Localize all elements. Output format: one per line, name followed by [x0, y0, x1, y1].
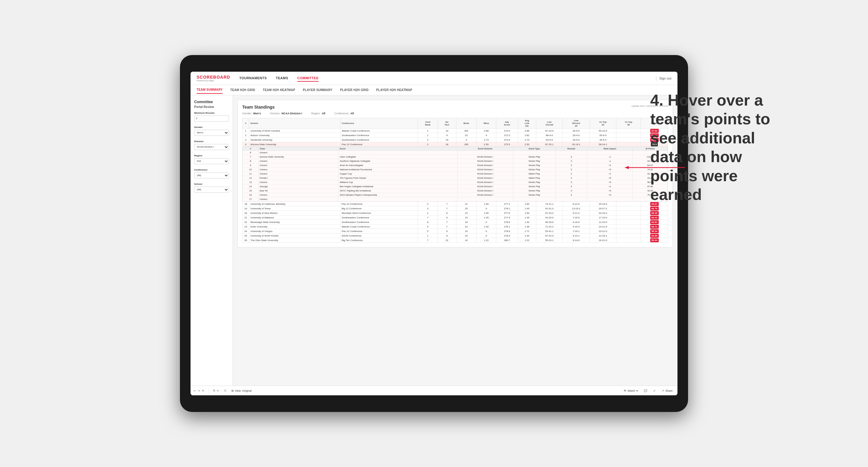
conference-select[interactable]: (All)	[194, 173, 229, 179]
sub-table-row: 15 East Tei OFCC Fighting Illini Invitat…	[243, 189, 668, 193]
sub-table: # Team Event Event Division Event Type R…	[243, 147, 668, 201]
refresh-icon[interactable]: ↻	[202, 389, 205, 392]
rank: 3	[243, 137, 249, 142]
sub-table-row: 12 Florida I The Cypress Point Classic N…	[243, 176, 668, 180]
points-value: 59.94	[650, 238, 659, 242]
top-nav: SCOREBOARD Powered by clippd TOURNAMENTS…	[190, 72, 678, 85]
sidebar-subtitle: Portal Review	[194, 105, 229, 108]
table-row[interactable]: 21 University of Alabama Southeastern Co…	[243, 215, 668, 220]
toolbar-separator	[209, 388, 209, 393]
comment-button[interactable]: 💬	[642, 388, 649, 393]
table-row[interactable]: 2 Auburn University Southeastern Confere…	[243, 133, 668, 137]
table-row[interactable]: 22 Mississippi State University Southeas…	[243, 220, 668, 224]
clock-icon[interactable]: ⏱	[224, 389, 226, 392]
annotation-arrow	[624, 165, 685, 170]
sub-nav-team-h2h-grid[interactable]: TEAM H2H GRID	[230, 87, 255, 93]
division-label: Division	[194, 140, 229, 143]
col-adj-score: Adj.Score	[496, 118, 518, 129]
gender-select[interactable]: Men's	[194, 130, 229, 136]
sidebar-title: Committee	[194, 100, 229, 105]
sub-nav-player-summary[interactable]: PLAYER SUMMARY	[303, 87, 332, 93]
content-panel: Team Standings Update time: 13/03/2024 1…	[233, 95, 678, 386]
nav-item-teams[interactable]: TEAMS	[276, 75, 288, 82]
copy-icon[interactable]: ⧉	[213, 389, 215, 392]
dash-icon: ·	[221, 389, 222, 392]
report-filters: Gender: Men's Division: NCAA Division I …	[242, 112, 668, 115]
view-original-button[interactable]: ⊞ View: Original	[229, 388, 253, 393]
undo-icon[interactable]: ↩	[193, 389, 196, 392]
nav-item-committee[interactable]: COMMITTEE	[297, 75, 319, 82]
sub-table-row: 10 Univers National Invitational Tournam…	[243, 167, 668, 172]
col-conf-rank: ConfRank	[418, 118, 438, 129]
conference: Southeastern Conference	[340, 133, 418, 137]
points-value: 63.89	[650, 234, 659, 238]
sub-col-rank-impact: Rank Impact	[587, 147, 632, 151]
points-value: 68.71	[650, 225, 659, 229]
table-row[interactable]: 18 University of California, Berkeley Pa…	[243, 202, 668, 206]
sign-out-button[interactable]: Sign out	[659, 76, 672, 80]
col-no-tour: NoTour	[438, 118, 456, 129]
watch-icon: 👁	[624, 389, 626, 392]
sub-nav-team-h2h-heatmap[interactable]: TEAM H2H HEATMAP	[263, 87, 295, 93]
toolbar-right: 👁 Watch ▾ 💬 ⤢ ↗ Share	[622, 388, 675, 393]
table-row[interactable]: 23 Duke University Atlantic Coast Confer…	[243, 224, 668, 229]
sidebar-conference: Conference (All)	[194, 168, 229, 179]
fullscreen-icon: ⤢	[653, 389, 656, 392]
region-label: Region	[194, 154, 229, 157]
region-select[interactable]: N/A	[194, 158, 229, 164]
col-low-record: LowRecord25	[563, 118, 590, 129]
logo-text: SCOREBOARD	[196, 75, 230, 80]
rank: 4	[243, 142, 249, 147]
edit-icon[interactable]: ✏	[217, 389, 219, 392]
toolbar-copy-icons: ⧉ ✏ · ⏱	[213, 389, 226, 392]
sub-table-row: 9 Univers Amer An Intercollegiate NCAA D…	[243, 163, 668, 167]
main-content: Committee Portal Review Minimum Rounds G…	[190, 95, 678, 386]
school: Vanderbilt University	[249, 137, 341, 142]
sub-nav-player-h2h-heatmap[interactable]: PLAYER H2H HEATMAP	[376, 87, 412, 93]
table-row[interactable]: 3 Vanderbilt University Southeastern Con…	[243, 137, 668, 142]
sub-nav-player-h2h-grid[interactable]: PLAYER H2H GRID	[340, 87, 369, 93]
comment-icon: 💬	[644, 389, 647, 392]
standings-table: # School Conference ConfRank NoTour Bnds…	[242, 118, 668, 243]
table-row[interactable]: 19 University of Texas Big 12 Conference…	[243, 206, 668, 211]
col-vs-top-50: Vs Top50	[616, 118, 641, 129]
table-row[interactable]: 1 University of North Carolina Atlantic …	[243, 129, 668, 133]
min-rounds-input[interactable]	[194, 116, 229, 122]
fullscreen-button[interactable]: ⤢	[651, 388, 657, 393]
tooltip-row: # Team Event Event Division Event Type R…	[243, 147, 668, 202]
rank: 2	[243, 133, 249, 137]
sub-col-event-division: Event Division	[457, 147, 513, 151]
bottom-toolbar: ↩ ↪ ↻ ⧉ ✏ · ⏱ ⊞ View: Original 👁 Watch ▾	[190, 386, 678, 395]
school: University of North Carolina	[249, 129, 341, 133]
sub-table-row: 16 Univers 2023 Sahalee Players Champion…	[243, 193, 668, 197]
toolbar-undo-redo: ↩ ↪ ↻	[193, 389, 205, 392]
table-row[interactable]: 4 Arizona State University Pac-12 Confer…	[243, 142, 668, 147]
nav-items: TOURNAMENTS TEAMS COMMITTEE	[239, 75, 655, 82]
table-row[interactable]: 24 University of Oregon Pac-12 Conferenc…	[243, 229, 668, 234]
logo-area: SCOREBOARD Powered by clippd	[196, 75, 230, 82]
view-icon: ⊞	[231, 389, 234, 392]
col-vs-top-25: Vs Top25	[589, 118, 616, 129]
col-bnds: Bnds	[456, 118, 476, 129]
watch-chevron: ▾	[636, 389, 638, 392]
conference-filter-label: Conference:	[334, 112, 349, 115]
sidebar-school: School (All)	[194, 183, 229, 193]
share-button[interactable]: ↗ Share	[660, 388, 675, 393]
col-conference: Conference	[340, 118, 418, 129]
redo-icon[interactable]: ↪	[198, 389, 200, 392]
sub-nav-team-summary[interactable]: TEAM SUMMARY	[196, 86, 223, 94]
division-select[interactable]: NCAA Division I	[194, 144, 229, 150]
watch-button[interactable]: 👁 Watch ▾	[622, 388, 640, 393]
conference: Southeastern Conference	[340, 137, 418, 142]
table-row[interactable]: 25 University of North Florida ASUN Conf…	[243, 234, 668, 238]
table-row[interactable]: 26 The Ohio State University Big Ten Con…	[243, 238, 668, 243]
conference: Pac-12 Conference	[340, 142, 418, 147]
filter-conference: Conference: All	[334, 112, 354, 115]
sub-table-row: 6 Univers	[243, 151, 668, 155]
col-avg-low: AvgLowSG	[518, 118, 536, 129]
school-label: School	[194, 183, 229, 185]
nav-item-tournaments[interactable]: TOURNAMENTS	[239, 75, 267, 82]
share-icon: ↗	[662, 389, 664, 392]
table-row[interactable]: 20 University of New Mexico Mountain Wes…	[243, 211, 668, 215]
school-select[interactable]: (All)	[194, 187, 229, 193]
